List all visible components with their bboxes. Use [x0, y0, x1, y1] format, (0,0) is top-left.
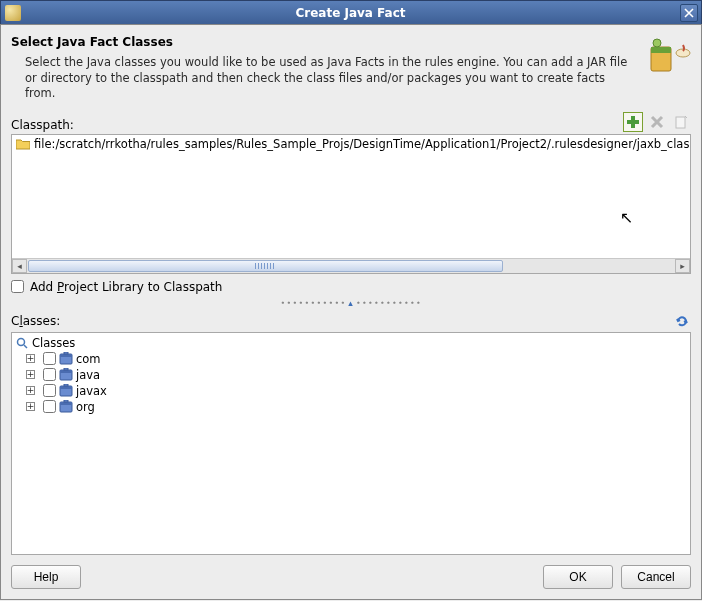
add-project-library-checkbox[interactable]	[11, 280, 24, 293]
app-icon	[5, 5, 21, 21]
ok-button[interactable]: OK	[543, 565, 613, 589]
expand-icon[interactable]: +	[26, 370, 35, 379]
scroll-left-button[interactable]: ◂	[12, 259, 27, 273]
package-icon	[59, 352, 73, 365]
add-icon	[626, 115, 640, 129]
expand-icon[interactable]: +	[26, 386, 35, 395]
package-name: javax	[76, 384, 107, 398]
section-title: Select Java Fact Classes	[11, 35, 639, 49]
add-classpath-button[interactable]	[623, 112, 643, 132]
package-checkbox[interactable]	[43, 352, 56, 365]
clear-icon	[674, 115, 688, 129]
expand-icon[interactable]: +	[26, 354, 35, 363]
svg-rect-6	[676, 117, 685, 128]
titlebar: Create Java Fact	[0, 0, 702, 24]
package-name: com	[76, 352, 101, 366]
svg-rect-5	[627, 120, 639, 124]
classes-header-row: Classes:	[11, 312, 691, 330]
classpath-item[interactable]: file:/scratch/rrkotha/rules_samples/Rule…	[12, 135, 690, 153]
package-icon	[59, 400, 73, 413]
close-icon	[684, 8, 694, 18]
svg-rect-19	[64, 400, 68, 402]
svg-rect-16	[64, 384, 68, 386]
svg-point-7	[18, 338, 25, 345]
classpath-item-text: file:/scratch/rrkotha/rules_samples/Rule…	[34, 137, 691, 151]
tree-root[interactable]: Classes	[14, 335, 688, 351]
help-button[interactable]: Help	[11, 565, 81, 589]
package-name: org	[76, 400, 95, 414]
remove-icon	[650, 115, 664, 129]
package-checkbox[interactable]	[43, 400, 56, 413]
refresh-icon	[674, 313, 690, 329]
clear-classpath-button	[671, 112, 691, 132]
scroll-thumb[interactable]	[28, 260, 503, 272]
package-icon	[59, 368, 73, 381]
dialog-body: Select Java Fact Classes Select the Java…	[0, 24, 702, 600]
magnifier-icon	[16, 337, 28, 349]
tree-item[interactable]: +javax	[14, 383, 688, 399]
button-bar: Help OK Cancel	[11, 555, 691, 599]
split-divider[interactable]: ∙∙∙∙∙∙∙∙∙∙∙▴∙∙∙∙∙∙∙∙∙∙∙	[11, 298, 691, 308]
remove-classpath-button	[647, 112, 667, 132]
package-checkbox[interactable]	[43, 368, 56, 381]
folder-icon	[16, 138, 30, 150]
cancel-button[interactable]: Cancel	[621, 565, 691, 589]
tree-item[interactable]: +com	[14, 351, 688, 367]
add-project-library-row: Add Project Library to Classpath	[11, 280, 691, 294]
package-name: java	[76, 368, 100, 382]
svg-rect-13	[64, 368, 68, 370]
svg-rect-10	[64, 352, 68, 354]
refresh-classes-button[interactable]	[673, 312, 691, 330]
svg-rect-2	[651, 47, 671, 53]
classes-tree[interactable]: Classes +com+java+javax+org	[11, 332, 691, 555]
java-fact-wizard-icon	[647, 35, 691, 75]
classpath-label: Classpath:	[11, 118, 623, 132]
classpath-header-row: Classpath:	[11, 112, 691, 132]
tree-item[interactable]: +java	[14, 367, 688, 383]
tree-root-label: Classes	[32, 336, 75, 350]
classes-label: Classes:	[11, 314, 673, 328]
svg-point-3	[653, 39, 661, 47]
package-icon	[59, 384, 73, 397]
window-close-button[interactable]	[680, 4, 698, 22]
header-row: Select Java Fact Classes Select the Java…	[11, 25, 691, 102]
scroll-right-button[interactable]: ▸	[675, 259, 690, 273]
window-title: Create Java Fact	[21, 6, 680, 20]
classpath-list[interactable]: file:/scratch/rrkotha/rules_samples/Rule…	[11, 134, 691, 274]
add-project-library-label: Add Project Library to Classpath	[30, 280, 222, 294]
section-description: Select the Java classes you would like t…	[25, 55, 639, 102]
expand-icon[interactable]: +	[26, 402, 35, 411]
tree-item[interactable]: +org	[14, 399, 688, 415]
horizontal-scrollbar[interactable]: ◂ ▸	[12, 258, 690, 273]
package-checkbox[interactable]	[43, 384, 56, 397]
